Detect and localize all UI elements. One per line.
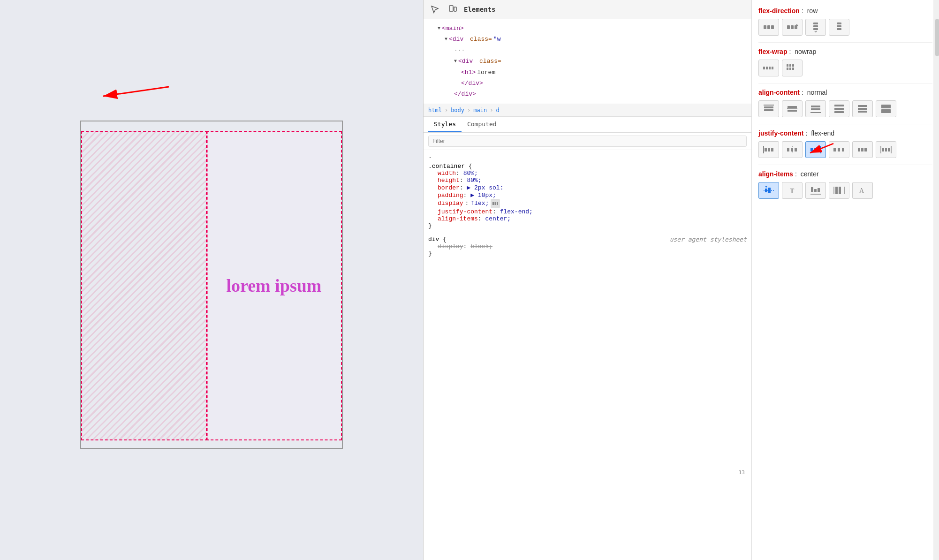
svg-rect-19 (763, 67, 765, 69)
dom-dots: ··· (428, 45, 747, 56)
elements-tab-label: Elements (464, 6, 747, 13)
scrollbar-thumb[interactable] (935, 19, 939, 56)
svg-rect-54 (810, 148, 813, 151)
svg-rect-8 (767, 25, 770, 29)
align-content-start-button[interactable] (758, 100, 779, 117)
justify-content-space-evenly-button[interactable] (876, 141, 896, 158)
flex-wrap-section: flex-wrap: nowrap (758, 47, 932, 76)
flex-direction-label: flex-direction: row (758, 7, 932, 15)
justify-content-space-around-button[interactable] (852, 141, 873, 158)
flex-direction-row-reverse-button[interactable] (782, 19, 803, 36)
svg-rect-43 (858, 111, 867, 113)
svg-rect-66 (885, 148, 887, 151)
svg-rect-24 (789, 64, 791, 67)
align-items-section: align-items: center T (758, 170, 932, 199)
svg-rect-41 (858, 105, 867, 107)
dom-line-div2[interactable]: ▼ <div class= (428, 56, 747, 67)
css-rules-area: · .container { width: 80%; height: 80%; … (424, 150, 751, 560)
css-display: display: flex; (428, 199, 747, 208)
svg-rect-14 (813, 25, 818, 27)
flex-direction-column-button[interactable] (805, 19, 826, 36)
css-height: height: 80%; (428, 177, 747, 184)
svg-rect-63 (864, 148, 867, 151)
align-content-stretch-button[interactable] (876, 100, 896, 117)
align-content-buttons (758, 100, 932, 117)
svg-rect-18 (837, 28, 841, 30)
dom-line-div-close2: </div> (428, 89, 747, 99)
svg-rect-44 (881, 105, 891, 108)
css-align-items: align-items: center; (428, 215, 747, 222)
flex-wrap-wrap-button[interactable] (782, 60, 803, 76)
red-arrow-annotation (94, 77, 178, 106)
container-close-brace: } (428, 222, 747, 229)
svg-rect-39 (834, 108, 844, 110)
svg-rect-26 (787, 68, 788, 70)
flex-wrap-nowrap-button[interactable] (758, 60, 779, 76)
divider-3 (758, 124, 932, 124)
filter-input[interactable] (428, 136, 747, 147)
justify-content-flex-start-button[interactable] (758, 141, 779, 158)
dom-line-h1[interactable]: <h1>lorem (428, 67, 747, 78)
breadcrumb-d[interactable]: d (496, 107, 499, 114)
svg-rect-40 (834, 111, 844, 113)
outer-container-box: lorem ipsum (80, 121, 343, 449)
svg-rect-16 (837, 23, 841, 24)
divider-2 (758, 83, 932, 83)
align-content-end-button[interactable] (805, 100, 826, 117)
flex-icon-button[interactable] (491, 199, 500, 208)
devtools-panel: Elements ▼ <main> ▼ <div class="w ··· ▼ … (423, 0, 751, 560)
svg-rect-2 (449, 6, 453, 11)
justify-content-center-button[interactable] (782, 141, 803, 158)
svg-rect-28 (792, 68, 794, 70)
breadcrumb-body[interactable]: body (451, 107, 464, 114)
align-content-space-between-button[interactable] (829, 100, 849, 117)
container-selector: .container { (428, 163, 747, 170)
svg-rect-38 (834, 105, 844, 106)
align-items-baseline-button[interactable]: A (852, 182, 873, 199)
svg-rect-67 (888, 148, 890, 151)
tab-styles[interactable]: Styles (428, 117, 462, 132)
align-items-start-button[interactable]: T (782, 182, 803, 199)
tab-computed[interactable]: Computed (462, 117, 502, 132)
svg-rect-5 (495, 202, 496, 205)
css-display-strikethrough: display: block; (428, 243, 747, 250)
svg-rect-9 (771, 25, 774, 29)
css-justify-content: justify-content: flex-end; (428, 208, 747, 215)
svg-rect-20 (766, 67, 768, 69)
device-toggle-button[interactable] (446, 3, 459, 16)
justify-content-space-between-button[interactable] (829, 141, 849, 158)
container-rule: .container { width: 80%; height: 80%; bo… (428, 163, 747, 229)
svg-rect-56 (817, 148, 819, 151)
scrollbar[interactable] (933, 0, 939, 560)
styles-tab-bar: Styles Computed (424, 117, 751, 133)
align-items-stretch-button[interactable] (829, 182, 849, 199)
align-content-space-around-button[interactable] (852, 100, 873, 117)
breadcrumb-html[interactable]: html (428, 107, 442, 114)
devtools-toolbar: Elements (424, 0, 751, 19)
align-items-end-button[interactable] (805, 182, 826, 199)
flex-direction-row-button[interactable] (758, 19, 779, 36)
svg-line-1 (103, 87, 169, 96)
svg-rect-30 (764, 106, 773, 108)
align-content-center-button[interactable] (782, 100, 803, 117)
lorem-ipsum-text: lorem ipsum (226, 275, 321, 296)
svg-rect-17 (837, 25, 841, 27)
justify-content-label: justify-content: flex-end (758, 129, 932, 137)
breadcrumb: html › body › main › d (424, 104, 751, 117)
svg-rect-6 (497, 202, 498, 205)
breadcrumb-main[interactable]: main (473, 107, 487, 114)
svg-text:A: A (859, 187, 864, 194)
justify-content-flex-end-button[interactable] (805, 141, 826, 158)
flex-direction-buttons (758, 19, 932, 36)
svg-rect-35 (811, 106, 820, 107)
flex-direction-column-reverse-button[interactable] (829, 19, 849, 36)
dom-line-main[interactable]: ▼ <main> (428, 23, 747, 34)
dom-line-div1[interactable]: ▼ <div class="w (428, 34, 747, 45)
svg-rect-60 (842, 148, 844, 151)
svg-rect-25 (792, 64, 794, 67)
flex-wrap-label: flex-wrap: nowrap (758, 47, 932, 56)
svg-rect-50 (787, 148, 789, 151)
align-items-center-button[interactable] (758, 182, 779, 199)
divider-4 (758, 165, 932, 165)
inspect-element-button[interactable] (428, 3, 441, 16)
